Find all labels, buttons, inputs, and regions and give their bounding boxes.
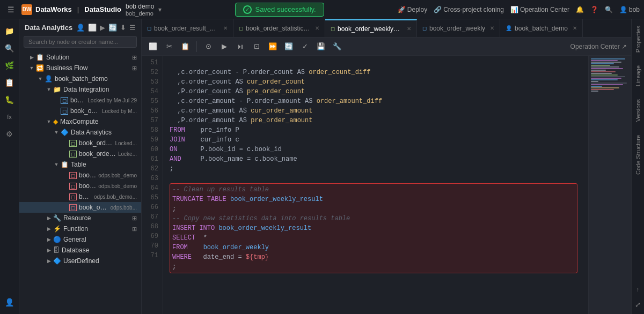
expand-btn[interactable]: ⤢ bbox=[633, 299, 643, 310]
sidebar-header-icons: 👤 ⬜ ▶ 🔄 ⬇ ☰ bbox=[76, 24, 136, 32]
arrow-data-integration: ▼ bbox=[46, 87, 52, 92]
label-book-order-src: book_order_src bbox=[79, 182, 96, 190]
toolbar-btn-3[interactable]: 📋 bbox=[178, 40, 192, 54]
hamburger-menu[interactable]: ☰ bbox=[4, 3, 17, 16]
label-book-order-result-weekly: book_order_result_weekly bbox=[70, 107, 100, 115]
tab-book-order-result-weekly[interactable]: ◻ book_order_result_weekly ✕ bbox=[142, 19, 233, 38]
badge-book-order-src: odps.bob_demo bbox=[98, 183, 137, 189]
toolbar-btn-run-circle[interactable]: ⊙ bbox=[201, 40, 215, 54]
tree-item-solution[interactable]: ▶ 📋 Solution ⊞ bbox=[19, 52, 141, 63]
sidebar: Data Analytics 👤 ⬜ ▶ 🔄 ⬇ ☰ ▶ 📋 Solution … bbox=[19, 19, 142, 314]
sidebar-icon-2[interactable]: ⬜ bbox=[88, 24, 97, 32]
deploy-button[interactable]: 🚀 Deploy bbox=[398, 6, 427, 13]
tree-item-book-batch-demo[interactable]: ▼ 👤 book_batch_demo bbox=[19, 73, 141, 84]
tabs-bar: ◻ book_order_result_weekly ✕ ◻ book_orde… bbox=[142, 19, 631, 38]
tab-label-3: book_order_weekly_result bbox=[338, 25, 402, 33]
user-info[interactable]: bob demo bob_demo bbox=[126, 3, 154, 17]
tree-item-general[interactable]: ▶ 🔵 General bbox=[19, 234, 141, 245]
toolbar-btn-play2[interactable]: ⏩ bbox=[266, 40, 280, 54]
nav-account[interactable]: 👤 bbox=[2, 295, 17, 310]
question-icon[interactable]: ❓ bbox=[590, 6, 598, 13]
nav-debug[interactable]: 🐛 bbox=[2, 92, 17, 107]
icon-solution: 📋 bbox=[36, 54, 44, 61]
sidebar-icon-1[interactable]: 👤 bbox=[76, 24, 85, 32]
tree-item-resource[interactable]: ▶ 🔧 Resource ⊞ bbox=[19, 213, 141, 223]
tree-item-business-flow[interactable]: ▼ 🔁 Business Flow ⊞ bbox=[19, 63, 141, 73]
toolbar-btn-save[interactable]: 💾 bbox=[314, 40, 328, 54]
tab-book-order-statistics-we[interactable]: ◻ book_order_statistics_we... ✕ bbox=[233, 19, 325, 38]
toolbar-btn-2[interactable]: ✂ bbox=[162, 40, 176, 54]
tab-close-3[interactable]: ✕ bbox=[407, 26, 411, 32]
main-layout: 📁 🔍 🌿 📋 🐛 fx ⚙ 👤 Data Analytics 👤 ⬜ ▶ 🔄 … bbox=[0, 19, 644, 314]
tree-item-maxcompute[interactable]: ▼ ◆ MaxCompute bbox=[19, 116, 141, 127]
tree-item-book-order-weekly-result[interactable]: ▶ ◻ book_order_weekly_result odps.bob... bbox=[19, 202, 141, 213]
toolbar-btn-refresh[interactable]: 🔄 bbox=[282, 40, 296, 54]
sidebar-icon-6[interactable]: ☰ bbox=[129, 24, 136, 32]
scroll-top-btn[interactable]: ↑ bbox=[633, 284, 643, 295]
toolbar-btn-run-selected[interactable]: ⏯ bbox=[233, 40, 247, 54]
tree-item-function[interactable]: ▶ ⚡ Function ⊞ bbox=[19, 223, 141, 234]
tab-label-1: book_order_result_weekly bbox=[154, 25, 218, 32]
tree-item-book-order-stats-daily[interactable]: ▶ ◻ book_order_statistics_daily Locked..… bbox=[19, 138, 141, 148]
right-tab-lineage[interactable]: Lineage bbox=[633, 59, 643, 93]
tree-item-book-order-result-weekly[interactable]: ▶ ◻ book_order_result_weekly Locked by M… bbox=[19, 106, 141, 116]
tab-close-2[interactable]: ✕ bbox=[315, 25, 319, 31]
tab-close-4[interactable]: ✕ bbox=[490, 25, 494, 31]
nav-git[interactable]: 📋 bbox=[2, 75, 17, 90]
search-icon[interactable]: 🔍 bbox=[605, 6, 613, 13]
icon-book-order-src: ◻ bbox=[69, 183, 77, 190]
toolbar-btn-tools[interactable]: 🔧 bbox=[330, 40, 344, 54]
toolbar-btn-check[interactable]: ✓ bbox=[298, 40, 312, 54]
arrow-empty-8: ▶ bbox=[62, 205, 68, 210]
nav-files[interactable]: 📁 bbox=[2, 24, 17, 39]
bell-icon[interactable]: 🔔 bbox=[576, 6, 584, 13]
tree-item-book-order-src[interactable]: ▶ ◻ book_order_src odps.bob_demo bbox=[19, 181, 141, 191]
tab-book-order-weekly[interactable]: ◻ book_order_weekly ✕ bbox=[417, 19, 500, 38]
tab-book-batch-demo[interactable]: 👤 book_batch_demo ✕ bbox=[500, 19, 583, 38]
icon-book-order-daily-2: ◻ bbox=[69, 172, 77, 179]
nav-search[interactable]: 🔍 bbox=[2, 41, 17, 56]
right-tab-code-structure[interactable]: Code Structure bbox=[633, 129, 643, 181]
sidebar-search-input[interactable] bbox=[24, 36, 137, 48]
tab-close-5[interactable]: ✕ bbox=[573, 25, 577, 31]
badge-book-order-result-weekly: Locked by M... bbox=[102, 108, 137, 114]
cross-project-cloning[interactable]: 🔗 Cross-project cloning bbox=[434, 6, 504, 13]
arrow-empty-7: ▶ bbox=[62, 194, 68, 199]
tree-item-book-order-weekly[interactable]: ▶ ◻ book_order_weekly odps.bob_demo... bbox=[19, 191, 141, 202]
tab-book-order-weekly-result[interactable]: ◻ book_order_weekly_result ✕ bbox=[325, 19, 417, 38]
arrow-userdefined: ▶ bbox=[46, 258, 52, 264]
tree-item-userdefined[interactable]: ▶ 🔷 UserDefined bbox=[19, 256, 141, 266]
tree-item-book-order-daily-1[interactable]: ▶ ◻ book_order_daily Locked by Me Jul 29 bbox=[19, 95, 141, 106]
nav-function[interactable]: fx bbox=[2, 109, 17, 124]
tree-item-data-integration[interactable]: ▼ 📁 Data Integration bbox=[19, 84, 141, 95]
badge-book-order-stats-weekly: Locke... bbox=[118, 151, 137, 157]
sidebar-icon-5[interactable]: ⬇ bbox=[120, 24, 126, 32]
product-name: DataWorks bbox=[35, 5, 72, 13]
toolbar-btn-1[interactable]: ⬜ bbox=[146, 40, 160, 54]
toolbar-btn-run[interactable]: ▶ bbox=[217, 40, 231, 54]
right-tab-properties[interactable]: Properties bbox=[633, 19, 643, 59]
sidebar-icon-4[interactable]: 🔄 bbox=[108, 24, 117, 32]
grid-business-flow: ⊞ bbox=[132, 65, 137, 72]
tab-close-1[interactable]: ✕ bbox=[223, 25, 228, 31]
operation-center-link[interactable]: 📊 Operation Center bbox=[510, 6, 569, 13]
label-table: Table bbox=[71, 161, 137, 168]
code-editor[interactable]: ,c.order_count - P.order_count AS order_… bbox=[163, 56, 588, 314]
nav-settings[interactable]: ⚙ bbox=[2, 126, 17, 141]
tree-item-table[interactable]: ▼ 📋 Table bbox=[19, 159, 141, 170]
toolbar-operation-center[interactable]: Operation Center ↗ bbox=[570, 43, 627, 50]
tree-item-database[interactable]: ▶ 🗄 Database bbox=[19, 245, 141, 256]
toolbar-btn-stop[interactable]: ⊡ bbox=[250, 40, 264, 54]
label-book-order-weekly: book_order_weekly bbox=[79, 193, 92, 200]
user-dropdown-icon[interactable]: ▾ bbox=[158, 6, 162, 13]
user-sub: bob_demo bbox=[126, 10, 154, 17]
check-circle-icon: ✓ bbox=[243, 5, 252, 14]
tree-item-book-order-stats-weekly[interactable]: ▶ ◻ book_order_statistics_weekly Locke..… bbox=[19, 148, 141, 159]
user-avatar[interactable]: 👤 bob bbox=[619, 6, 640, 13]
nav-tree[interactable]: 🌿 bbox=[2, 58, 17, 73]
top-bar: ☰ DW DataWorks | DataStudio bob demo bob… bbox=[0, 0, 644, 19]
tree-item-data-analytics-sub[interactable]: ▼ 🔷 Data Analytics bbox=[19, 127, 141, 138]
sidebar-icon-3[interactable]: ▶ bbox=[100, 24, 105, 32]
tree-item-book-order-daily-2[interactable]: ▶ ◻ book_order_daily odps.bob_demo bbox=[19, 170, 141, 181]
right-tab-versions[interactable]: Versions bbox=[633, 93, 643, 128]
